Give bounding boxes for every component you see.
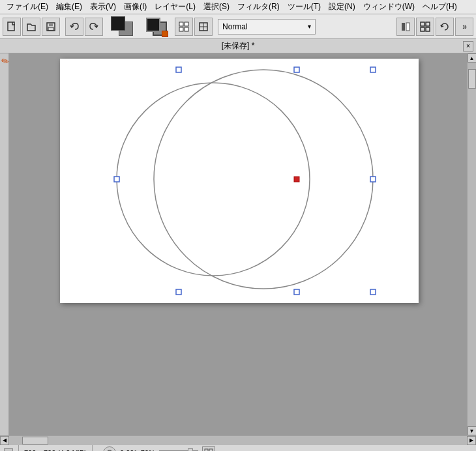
- menu-settings[interactable]: 設定(N): [325, 0, 359, 14]
- scroll-down-button[interactable]: ▼: [468, 426, 477, 435]
- svg-rect-21: [209, 449, 213, 452]
- canvas-area[interactable]: [9, 53, 467, 435]
- navigator-button[interactable]: [202, 446, 215, 452]
- scroll-track-bottom[interactable]: [9, 436, 467, 445]
- toolbar-right: »: [396, 18, 473, 36]
- brush-color-area: [145, 16, 168, 37]
- pattern-button[interactable]: [175, 18, 193, 36]
- nav-left-button[interactable]: ◀: [4, 448, 13, 452]
- scroll-left-button[interactable]: ◀: [0, 436, 9, 445]
- document-canvas: [60, 59, 419, 303]
- blend-mode-label: Normal: [222, 22, 248, 31]
- crosshair-button[interactable]: [416, 18, 434, 36]
- svg-rect-0: [8, 22, 14, 31]
- open-button[interactable]: [22, 18, 40, 36]
- svg-rect-15: [421, 27, 424, 31]
- document-titlebar: [未保存] * ×: [0, 39, 476, 53]
- blend-mode-arrow: ▾: [308, 23, 311, 30]
- scroll-thumb-right[interactable]: [468, 69, 476, 89]
- svg-rect-14: [426, 22, 430, 26]
- zoom-icon: [106, 449, 113, 452]
- save-button[interactable]: [42, 18, 60, 36]
- handle-top-left[interactable]: [176, 67, 181, 72]
- redo-button[interactable]: [85, 18, 103, 36]
- handle-bottom-center[interactable]: [294, 289, 299, 295]
- scrollbar-right: ▲ ▼: [467, 53, 476, 435]
- document-close-button[interactable]: ×: [463, 41, 473, 51]
- menu-help[interactable]: ヘルプ(H): [419, 0, 461, 14]
- blend-mode-dropdown[interactable]: Normal ▾: [218, 19, 316, 35]
- scroll-track-right[interactable]: [468, 63, 477, 426]
- foreground-color[interactable]: [111, 16, 125, 31]
- handle-middle-right[interactable]: [370, 177, 376, 182]
- drawing-surface: [60, 59, 419, 303]
- handle-bottom-left[interactable]: [176, 289, 181, 295]
- svg-rect-4: [179, 22, 183, 26]
- document-title: [未保存] *: [222, 40, 255, 51]
- dimensions-section: 700 x 700 (4.2 MiB): [18, 445, 93, 451]
- menu-image[interactable]: 画像(I): [120, 0, 151, 14]
- toolbox: ✏: [0, 53, 9, 435]
- scroll-up-button[interactable]: ▲: [468, 53, 477, 63]
- circle-small: [117, 83, 310, 276]
- grid-button[interactable]: [194, 18, 213, 36]
- scroll-thumb-bottom[interactable]: [22, 437, 48, 444]
- rotation-value: 0.00°: [120, 449, 137, 452]
- scroll-right-button[interactable]: ▶: [467, 436, 476, 445]
- menu-window[interactable]: ウィンドウ(W): [359, 0, 419, 14]
- nav-section: ◀: [4, 448, 13, 452]
- handle-bottom-right[interactable]: [370, 289, 376, 295]
- menu-select[interactable]: 選択(S): [200, 0, 233, 14]
- svg-rect-16: [426, 27, 430, 31]
- menu-file[interactable]: ファイル(E): [3, 0, 52, 14]
- zoom-thumb[interactable]: [188, 448, 193, 452]
- brush-fg-color[interactable]: [146, 18, 160, 32]
- handle-middle-left[interactable]: [114, 177, 119, 182]
- close-icon: ×: [466, 42, 470, 50]
- svg-rect-7: [185, 27, 188, 31]
- svg-rect-20: [205, 449, 208, 452]
- menu-edit[interactable]: 編集(E): [52, 0, 86, 14]
- handle-top-center[interactable]: [294, 67, 299, 72]
- svg-rect-12: [406, 23, 409, 31]
- more-icon: »: [462, 22, 466, 31]
- handle-center[interactable]: [294, 177, 299, 182]
- menu-filter[interactable]: フィルタ(R): [233, 0, 284, 14]
- menu-tools[interactable]: ツール(T): [284, 0, 325, 14]
- menu-layer[interactable]: レイヤー(L): [151, 0, 200, 14]
- svg-rect-13: [421, 22, 424, 26]
- new-button[interactable]: [3, 18, 21, 36]
- zoom-to-fit-button[interactable]: [103, 446, 116, 452]
- svg-rect-5: [185, 22, 188, 26]
- canvas-dimensions: 700 x 700 (4.2 MiB): [24, 449, 87, 452]
- undo-button[interactable]: [65, 18, 83, 36]
- brush-color-indicator: [162, 31, 168, 37]
- zoom-level: 79%: [141, 449, 155, 452]
- main-area: ✏: [0, 53, 476, 435]
- svg-rect-11: [402, 23, 405, 31]
- rotate-button[interactable]: [436, 18, 454, 36]
- status-bar: ◀ 700 x 700 (4.2 MiB) 0.00° 79%: [0, 444, 476, 451]
- more-button[interactable]: »: [455, 18, 473, 36]
- svg-rect-6: [179, 27, 183, 31]
- menu-bar: ファイル(E) 編集(E) 表示(V) 画像(I) レイヤー(L) 選択(S) …: [0, 0, 476, 14]
- circle-large: [154, 70, 373, 289]
- svg-rect-2: [49, 23, 53, 26]
- pen-tool-icon[interactable]: ✏: [1, 55, 9, 68]
- mask-button[interactable]: [396, 18, 415, 36]
- toolbar: Normal ▾ »: [0, 14, 476, 39]
- view-controls: 0.00° 79%: [98, 446, 220, 452]
- color-selector[interactable]: [111, 16, 136, 37]
- handle-top-right[interactable]: [370, 67, 376, 72]
- menu-view[interactable]: 表示(V): [86, 0, 120, 14]
- navigator-icon: [204, 448, 213, 452]
- scrollbar-bottom: ◀ ▶: [0, 435, 476, 444]
